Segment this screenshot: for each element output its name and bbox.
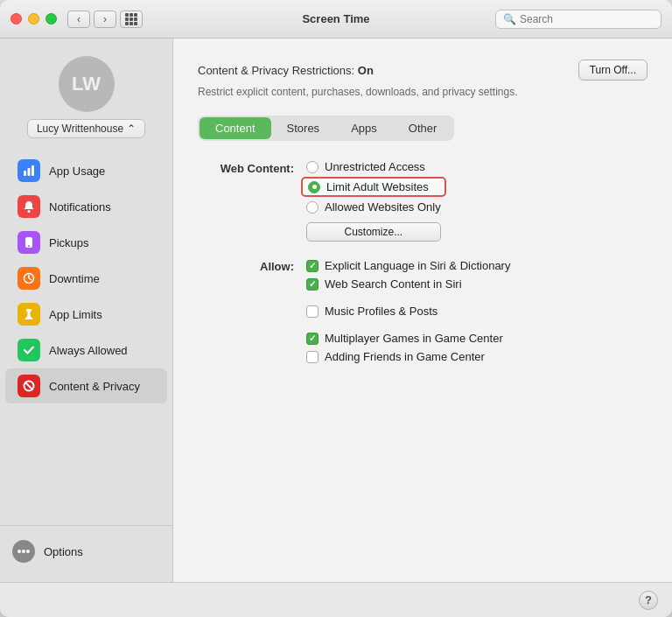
svg-rect-1 [28,168,31,176]
sidebar-bottom: Options [0,525,172,582]
svg-point-3 [28,210,31,213]
minimize-button[interactable] [28,13,39,25]
tab-stores[interactable]: Stores [271,117,336,139]
svg-line-8 [29,278,32,280]
allow-row: Allow: Explicit Language in Siri & Dicti… [198,259,648,372]
radio-unrestricted[interactable]: Unrestricted Access [306,160,441,173]
sidebar-label-downtime: Downtime [49,272,100,285]
content-header: Content & Privacy Restrictions: On Turn … [198,60,648,98]
web-content-radio-group: Unrestricted Access Limit Adult Websites… [306,160,441,242]
tab-other[interactable]: Other [393,117,453,139]
checkbox-group-2: Music Profiles & Posts [306,305,510,318]
svg-point-15 [18,550,21,553]
maximize-button[interactable] [46,13,57,25]
nav-list: App Usage Notifications [0,149,172,525]
sidebar-item-notifications[interactable]: Notifications [5,189,167,224]
svg-point-16 [26,550,30,553]
notifications-icon [18,195,40,218]
radio-limit-adult-circle [308,181,320,193]
restrictions-status: On [358,64,374,77]
options-label: Options [44,545,83,558]
user-dropdown[interactable]: Lucy Writtenhouse ⌃ [27,119,145,138]
close-button[interactable] [10,13,22,25]
traffic-lights [10,13,57,25]
pickups-icon [18,231,40,254]
radio-allowed-only-label: Allowed Websites Only [325,200,441,214]
back-button[interactable]: ‹ [67,11,90,28]
svg-rect-2 [32,165,34,176]
grid-button[interactable] [120,11,143,28]
checkbox-group-3: Multiplayer Games in Game Center Adding … [306,332,510,363]
sidebar-item-pickups[interactable]: Pickups [5,225,167,260]
sidebar-item-downtime[interactable]: Downtime [5,261,167,296]
options-item[interactable]: Options [12,535,160,568]
avatar: LW [59,56,115,112]
checkbox-web-search-label: Web Search Content in Siri [325,277,462,291]
turn-off-button[interactable]: Turn Off... [578,60,648,81]
checkbox-explicit-lang-label: Explicit Language in Siri & Dictionary [325,259,510,272]
restrictions-description: Restrict explicit content, purchases, do… [198,86,648,98]
tab-bar: Content Stores Apps Other [198,116,454,141]
web-content-row: Web Content: Unrestricted Access Limit A… [198,160,648,242]
radio-limit-adult[interactable]: Limit Adult Websites [301,177,446,197]
svg-marker-11 [24,314,33,319]
options-icon [12,540,35,563]
restrictions-label: Content & Privacy Restrictions: [198,64,354,77]
svg-rect-0 [24,171,26,176]
svg-point-5 [28,245,30,247]
web-content-label: Web Content: [198,160,294,175]
sidebar-item-app-usage[interactable]: App Usage [5,153,167,188]
sidebar: LW Lucy Writtenhouse ⌃ App Usage [0,39,173,582]
sidebar-item-always-allowed[interactable]: Always Allowed [5,333,167,368]
checkbox-group-1: Explicit Language in Siri & Dictionary W… [306,259,510,291]
search-icon: 🔍 [503,13,516,25]
checkboxes: Explicit Language in Siri & Dictionary W… [306,259,510,372]
sidebar-label-app-limits: App Limits [49,308,102,321]
sidebar-item-app-limits[interactable]: App Limits [5,297,167,332]
checkbox-explicit-lang-box [306,260,318,272]
content-area: Content & Privacy Restrictions: On Turn … [173,39,672,582]
checkbox-add-friends-box [306,351,318,363]
nav-buttons: ‹ › [67,11,116,28]
radio-unrestricted-label: Unrestricted Access [325,160,425,173]
sidebar-label-pickups: Pickups [49,236,89,249]
allow-label: Allow: [198,259,294,273]
checkbox-explicit-lang[interactable]: Explicit Language in Siri & Dictionary [306,259,510,272]
tab-content[interactable]: Content [200,117,271,139]
checkbox-multiplayer-box [306,333,318,345]
search-input[interactable] [520,13,654,25]
checkbox-multiplayer[interactable]: Multiplayer Games in Game Center [306,332,510,345]
checkbox-multiplayer-label: Multiplayer Games in Game Center [325,332,503,345]
checkbox-add-friends-label: Adding Friends in Game Center [325,350,485,363]
search-box[interactable]: 🔍 [495,10,662,29]
sidebar-label-always-allowed: Always Allowed [49,344,128,357]
allow-section: Allow: Explicit Language in Siri & Dicti… [198,259,648,372]
radio-allowed-only[interactable]: Allowed Websites Only [306,200,441,214]
user-name: Lucy Writtenhouse [37,123,123,135]
always-allowed-icon [18,339,40,361]
radio-unrestricted-circle [306,161,318,173]
user-section: LW Lucy Writtenhouse ⌃ [0,39,172,149]
restrictions-title: Content & Privacy Restrictions: On [198,64,374,77]
web-content-section: Web Content: Unrestricted Access Limit A… [198,160,648,242]
titlebar: ‹ › Screen Time 🔍 [0,0,672,39]
bottom-bar: ? [0,582,672,617]
help-button[interactable]: ? [639,591,658,610]
sidebar-label-content-privacy: Content & Privacy [49,380,140,393]
window-title: Screen Time [302,12,369,25]
radio-limit-adult-label: Limit Adult Websites [326,180,429,193]
checkbox-music-profiles[interactable]: Music Profiles & Posts [306,305,510,318]
sidebar-item-content-privacy[interactable]: Content & Privacy [5,368,167,403]
app-usage-icon [18,159,40,182]
tab-apps[interactable]: Apps [335,117,393,139]
checkbox-music-profiles-label: Music Profiles & Posts [325,305,438,318]
forward-button[interactable]: › [94,11,116,28]
checkbox-web-search[interactable]: Web Search Content in Siri [306,277,510,291]
title-row: Content & Privacy Restrictions: On Turn … [198,60,648,81]
checkbox-add-friends[interactable]: Adding Friends in Game Center [306,350,510,363]
svg-point-14 [22,550,25,553]
app-limits-icon [18,303,40,326]
checkbox-web-search-box [306,278,318,291]
customize-button[interactable]: Customize... [306,222,441,242]
checkbox-music-profiles-box [306,305,318,318]
